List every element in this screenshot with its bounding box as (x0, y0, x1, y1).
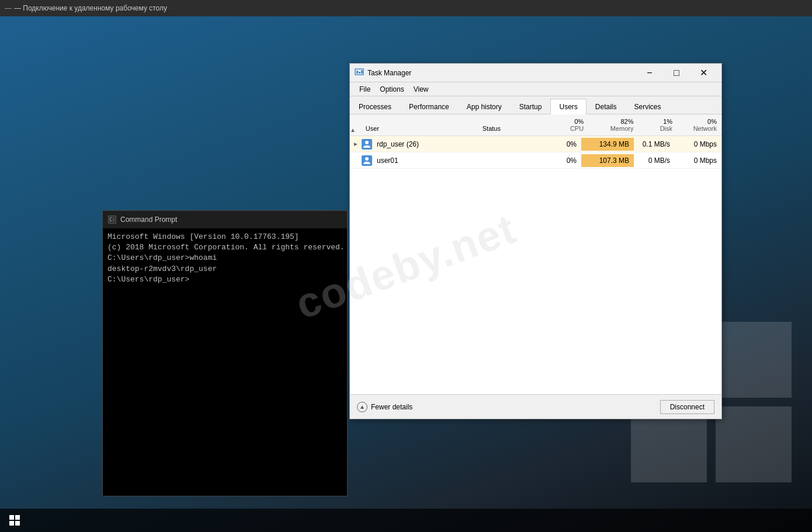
user-cpu-user01: 0% (535, 154, 581, 167)
user-name-user01: user01 (374, 154, 464, 167)
chevron-up-icon: ▲ (359, 404, 365, 410)
svg-rect-3 (361, 70, 363, 74)
cmd-line-1: Microsoft Windows [Version 10.0.17763.19… (107, 232, 342, 242)
task-manager-window: Task Manager − □ ✕ File Options View Pro… (349, 63, 722, 419)
menu-options[interactable]: Options (375, 84, 408, 95)
svg-rect-1 (356, 71, 358, 74)
tm-table-header: ▲ User Status 0% CPU 82% Memory 1% (350, 114, 721, 136)
cpu-percent: 0% (549, 118, 584, 125)
svg-point-5 (365, 157, 369, 161)
sort-arrow: ▲ (350, 127, 356, 133)
start-sq1 (9, 515, 14, 520)
tab-details[interactable]: Details (587, 99, 626, 114)
col-header-disk[interactable]: 1% Disk (638, 116, 677, 134)
start-sq3 (9, 521, 14, 526)
user-status-rdp (464, 142, 535, 147)
start-sq2 (15, 515, 20, 520)
network-percent: 0% (682, 118, 717, 125)
cpu-label: CPU (549, 125, 584, 132)
cmd-title-text: Command Prompt (120, 215, 342, 224)
user-disk-rdp: 0.1 MB/s (634, 138, 675, 151)
col-user-label: User (366, 125, 379, 132)
col-status-label: Status (483, 125, 501, 132)
fewer-details-icon: ▲ (357, 402, 367, 412)
desktop: — — Подключение к удаленному рабочему ст… (0, 0, 812, 532)
cmd-line-2: (c) 2018 Microsoft Corporation. All righ… (107, 242, 342, 253)
fewer-details-button[interactable]: ▲ Fewer details (357, 402, 412, 412)
user-memory-rdp: 134.9 MB (581, 138, 634, 151)
tab-processes[interactable]: Processes (350, 99, 400, 114)
user-network-user01: 0 Mbps (675, 154, 721, 167)
tm-title-text: Task Manager (367, 69, 636, 77)
cmd-icon-symbol: C: (109, 217, 115, 222)
user-icon-rdp (362, 139, 372, 149)
svg-rect-2 (359, 72, 360, 74)
rdp-dash: — (5, 4, 12, 12)
sort-col: ▲ (350, 124, 361, 134)
cmd-line-4: C:\Users\rdp_user>whoami (107, 253, 342, 263)
rdp-title: — Подключение к удаленному рабочему стол… (14, 4, 167, 12)
cmd-line-5: desktop-r2mvdv3\rdp_user (107, 264, 342, 274)
windows-start-icon (9, 515, 20, 526)
network-label: Network (682, 125, 717, 132)
cmd-icon-img: C: (108, 215, 116, 224)
win-sq2 (716, 322, 792, 398)
user-disk-user01: 0 MB/s (634, 154, 675, 167)
tab-performance[interactable]: Performance (400, 99, 458, 114)
tab-users[interactable]: Users (550, 99, 586, 114)
maximize-button[interactable]: □ (663, 64, 690, 82)
tab-startup[interactable]: Startup (511, 99, 551, 114)
disconnect-button[interactable]: Disconnect (660, 400, 714, 414)
cmd-line-7: C:\Users\rdp_user> (107, 274, 342, 285)
col-header-network[interactable]: 0% Network (677, 116, 721, 134)
fewer-details-label: Fewer details (371, 403, 412, 411)
svg-point-4 (365, 141, 369, 144)
close-button[interactable]: ✕ (690, 64, 717, 82)
cmd-title-bar: C: Command Prompt (103, 211, 347, 228)
tm-title-bar: Task Manager − □ ✕ (350, 64, 721, 82)
win-sq4 (716, 406, 792, 482)
tm-tabs: Processes Performance App history Startu… (350, 96, 721, 114)
tm-app-icon (355, 68, 364, 78)
start-button[interactable] (0, 509, 29, 532)
table-row[interactable]: user01 0% 107.3 MB 0 MB/s 0 Mbps (350, 152, 721, 169)
user-cpu-rdp: 0% (535, 138, 581, 151)
col-header-memory[interactable]: 82% Memory (588, 116, 638, 134)
col-header-user[interactable]: User (361, 123, 478, 134)
menu-view[interactable]: View (409, 84, 433, 95)
table-row[interactable]: ► rdp_user (26) 0% 134.9 MB 0.1 MB/s 0 M… (350, 136, 721, 152)
user-status-user01 (464, 158, 535, 163)
menu-file[interactable]: File (355, 84, 375, 95)
memory-label: Memory (593, 125, 633, 132)
disk-percent: 1% (643, 118, 672, 125)
cmd-window: C: Command Prompt Microsoft Windows [Ver… (102, 210, 348, 496)
cmd-icon: C: (107, 215, 117, 224)
tm-content: ▲ User Status 0% CPU 82% Memory 1% (350, 114, 721, 394)
user-name-rdp: rdp_user (26) (374, 138, 464, 151)
cmd-content: Microsoft Windows [Version 10.0.17763.19… (103, 228, 347, 496)
minimize-button[interactable]: − (636, 64, 663, 82)
taskbar (0, 509, 812, 532)
disk-label: Disk (643, 125, 672, 132)
user-icon-user01 (362, 155, 372, 166)
rdp-title-bar: — — Подключение к удаленному рабочему ст… (0, 0, 812, 16)
tm-table-body: ► rdp_user (26) 0% 134.9 MB 0.1 MB/s 0 M… (350, 136, 721, 394)
memory-percent: 82% (593, 118, 633, 125)
start-sq4 (15, 521, 20, 526)
tab-services[interactable]: Services (626, 99, 670, 114)
tm-menu-bar: File Options View (350, 82, 721, 96)
tm-footer: ▲ Fewer details Disconnect (350, 394, 721, 419)
col-header-status[interactable]: Status (478, 123, 544, 134)
tab-app-history[interactable]: App history (458, 99, 511, 114)
row-expand-icon[interactable]: ► (350, 141, 362, 147)
user-network-rdp: 0 Mbps (675, 138, 721, 151)
col-header-cpu[interactable]: 0% CPU (544, 116, 588, 134)
tm-window-controls: − □ ✕ (636, 64, 717, 82)
user-memory-user01: 107.3 MB (581, 154, 634, 167)
